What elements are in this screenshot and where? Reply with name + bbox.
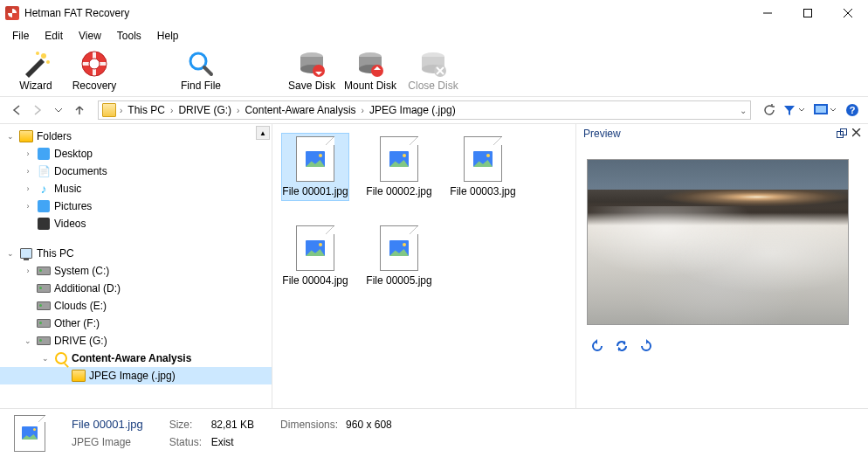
preview-panel: Preview: [575, 124, 868, 408]
tree-drive-f[interactable]: Other (F:): [0, 315, 272, 332]
music-icon: ♪: [37, 182, 51, 196]
menu-help[interactable]: Help: [150, 28, 186, 44]
menu-edit[interactable]: Edit: [38, 28, 70, 44]
menu-file[interactable]: File: [5, 28, 36, 44]
svg-marker-40: [595, 339, 597, 344]
wizard-button[interactable]: Wizard: [9, 50, 63, 92]
thispc-icon: [20, 248, 32, 259]
rotate-left-button[interactable]: [590, 339, 604, 353]
view-button[interactable]: [814, 104, 837, 116]
dim-value: 960 x 608: [346, 419, 392, 431]
scroll-up-button[interactable]: ▲: [256, 126, 270, 140]
svg-point-5: [41, 53, 46, 59]
up-button[interactable]: [72, 102, 87, 118]
close-icon: [852, 128, 861, 137]
save-disk-icon: [298, 50, 326, 78]
tree-folders-root[interactable]: ⌄Folders: [0, 128, 272, 145]
mount-disk-icon: [356, 50, 384, 78]
tree-music[interactable]: ›♪Music: [0, 180, 272, 197]
history-dropdown[interactable]: [51, 102, 66, 118]
refresh-icon: [615, 339, 629, 353]
menu-view[interactable]: View: [72, 28, 108, 44]
tree-thispc-root[interactable]: ⌄This PC: [0, 245, 272, 262]
path-box[interactable]: › This PC › DRIVE (G:) › Content-Aware A…: [98, 100, 751, 120]
tree-drive-e[interactable]: Clouds (E:): [0, 297, 272, 315]
preview-title: Preview: [583, 128, 621, 140]
preview-close-button[interactable]: [852, 128, 861, 139]
file-thumb-icon: [296, 136, 334, 182]
path-dropdown[interactable]: ⌄: [740, 106, 747, 115]
tree-documents[interactable]: ›📄Documents: [0, 163, 272, 180]
file-item[interactable]: File 00005.jpg: [365, 222, 433, 290]
savedisk-button[interactable]: Save Disk: [285, 50, 339, 92]
thumbnails-icon: [814, 104, 828, 116]
file-item[interactable]: File 00001.jpg: [281, 133, 349, 201]
closedisk-button: Close Disk: [402, 50, 465, 92]
crumb-analysis[interactable]: Content-Aware Analysis: [241, 104, 359, 116]
svg-text:?: ?: [850, 105, 856, 115]
status-filetype: JPEG Image: [72, 436, 143, 448]
back-button[interactable]: [9, 102, 24, 118]
preview-image: [587, 159, 849, 325]
tree-videos[interactable]: Videos: [0, 215, 272, 232]
addressbar: › This PC › DRIVE (G:) › Content-Aware A…: [0, 96, 868, 124]
close-button[interactable]: [828, 0, 868, 26]
svg-rect-33: [816, 106, 826, 113]
rotate-right-button[interactable]: [639, 339, 653, 353]
help-button[interactable]: ?: [845, 103, 859, 117]
filter-button[interactable]: [782, 103, 805, 117]
status-value: Exist: [211, 436, 234, 448]
menubar: File Edit View Tools Help: [0, 26, 868, 45]
magnifier-icon: [55, 352, 67, 364]
mountdisk-button[interactable]: Mount Disk: [339, 50, 402, 92]
file-thumb-icon: [380, 136, 418, 182]
minimize-button[interactable]: [747, 0, 788, 26]
file-item[interactable]: File 00002.jpg: [365, 133, 433, 201]
tree-desktop[interactable]: ›Desktop: [0, 145, 272, 163]
status-thumb-icon: [14, 415, 45, 452]
maximize-button[interactable]: [788, 0, 828, 26]
rotate-left-icon: [590, 339, 604, 353]
svg-marker-43: [646, 339, 649, 344]
file-list: File 00001.jpg File 00002.jpg File 00003…: [272, 124, 575, 408]
tree-analysis[interactable]: ⌄Content-Aware Analysis: [0, 350, 272, 367]
file-thumb-icon: [464, 136, 502, 182]
funnel-icon: [782, 103, 796, 117]
svg-point-6: [46, 60, 50, 64]
findfile-button[interactable]: Find File: [169, 50, 232, 92]
tree-drive-c[interactable]: ›System (C:): [0, 262, 272, 280]
file-thumb-icon: [296, 225, 334, 271]
lifebuoy-icon: [80, 50, 108, 78]
file-item[interactable]: File 00003.jpg: [449, 133, 517, 201]
help-icon: ?: [845, 103, 859, 117]
status-filename: File 00001.jpg: [72, 418, 143, 431]
crumb-thispc[interactable]: This PC: [124, 104, 169, 116]
toolbar: Wizard Recovery Find File Save Disk Moun…: [0, 45, 868, 96]
tree-jpeg-type[interactable]: JPEG Image (.jpg): [0, 367, 272, 384]
crumb-drive[interactable]: DRIVE (G:): [175, 104, 235, 116]
tree-drive-g[interactable]: ⌄DRIVE (G:): [0, 332, 272, 350]
folder-icon: [102, 103, 116, 117]
forward-button[interactable]: [30, 102, 45, 118]
svg-point-7: [36, 52, 39, 55]
recovery-button[interactable]: Recovery: [63, 50, 126, 92]
dim-label: Dimensions:: [280, 419, 346, 431]
file-thumb-icon: [380, 225, 418, 271]
tree-drive-d[interactable]: Additional (D:): [0, 280, 272, 297]
tree-pictures[interactable]: ›Pictures: [0, 197, 272, 215]
svg-marker-4: [25, 59, 45, 78]
svg-rect-11: [81, 62, 107, 66]
menu-tools[interactable]: Tools: [110, 28, 148, 44]
statusbar: File 00001.jpg JPEG Image Size:82,81 KB …: [0, 408, 868, 457]
app-icon: [5, 6, 19, 20]
main-area: ▲ ⌄Folders ›Desktop ›📄Documents ›♪Music …: [0, 124, 868, 408]
file-item[interactable]: File 00004.jpg: [281, 222, 349, 290]
sidebar: ▲ ⌄Folders ›Desktop ›📄Documents ›♪Music …: [0, 124, 272, 408]
wand-icon: [22, 50, 50, 78]
size-value: 82,81 KB: [211, 419, 254, 431]
crumb-type[interactable]: JPEG Image (.jpg): [366, 104, 459, 116]
preview-popout-button[interactable]: [837, 128, 847, 139]
refresh-preview-button[interactable]: [615, 339, 629, 353]
svg-rect-1: [804, 10, 812, 17]
refresh-button[interactable]: [761, 102, 777, 118]
